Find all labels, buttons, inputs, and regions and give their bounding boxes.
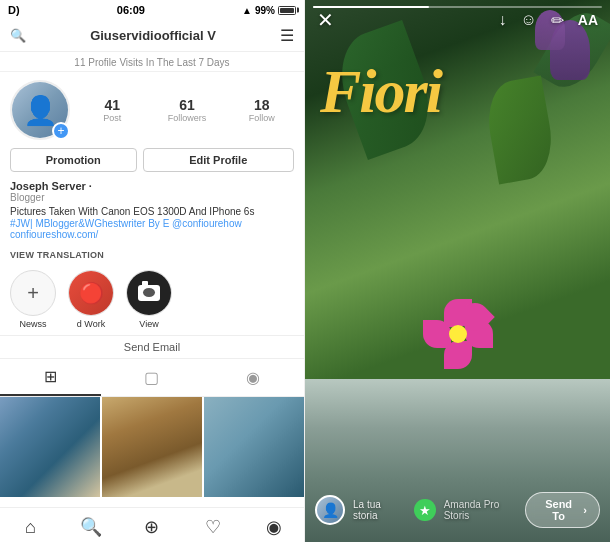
highlight-label-work: d Work (77, 319, 105, 329)
flower-petals (423, 299, 493, 369)
highlight-camera-image (127, 271, 171, 315)
stat-posts-num: 41 (80, 97, 145, 113)
status-right: ▲ 99% (242, 5, 296, 16)
status-bar: D) 06:09 ▲ 99% (0, 0, 304, 20)
flower-center (449, 325, 467, 343)
profile-visits-banner: 11 Profile Visits In The Last 7 Days (0, 52, 304, 72)
heart-icon: ♡ (205, 516, 221, 538)
stat-followers-num: 61 (155, 97, 220, 113)
right-panel: Fiori ✕ ↓ ☺ ✏ AA 👤 La tua storia ★ Amand… (305, 0, 610, 542)
petal-4 (423, 320, 451, 348)
highlights-row: + Newss 🔴 d Work View (0, 264, 304, 336)
nav-add[interactable]: ⊕ (122, 516, 183, 538)
story-user-info: 👤 La tua storia ★ Amanda Pro Storis (315, 495, 525, 525)
story-text-button[interactable]: AA (578, 12, 598, 28)
photo-cell-1[interactable] (0, 397, 100, 497)
wifi-icon: ▲ (242, 5, 252, 16)
battery-icon (278, 6, 296, 15)
nav-search[interactable]: 🔍 (61, 516, 122, 538)
top-nav: 🔍 Giuservidioofficial V ☰ (0, 20, 304, 52)
hamburger-icon[interactable]: ☰ (280, 26, 294, 45)
flower-decoration (423, 299, 493, 369)
status-time: 06:09 (117, 4, 145, 16)
content-tab-bar: ⊞ ▢ ◉ (0, 358, 304, 397)
story-star-button[interactable]: ★ (414, 499, 435, 521)
highlight-work[interactable]: 🔴 d Work (68, 270, 114, 329)
leaf-decoration-3 (482, 76, 558, 185)
story-follow-username[interactable]: Amanda Pro Storis (444, 499, 525, 521)
avatar-person-icon: 👤 (23, 94, 58, 127)
story-top-bar: ✕ ↓ ☺ ✏ AA (305, 0, 610, 40)
story-close-button[interactable]: ✕ (317, 8, 334, 32)
nav-likes[interactable]: ♡ (182, 516, 243, 538)
list-icon: ▢ (144, 368, 159, 387)
stat-following: 18 Follow (229, 97, 294, 123)
story-download-icon[interactable]: ↓ (498, 11, 506, 29)
bio-category: Blogger (10, 192, 294, 203)
search-icon[interactable]: 🔍 (10, 28, 26, 43)
tab-grid[interactable]: ⊞ (0, 359, 101, 396)
story-draw-icon[interactable]: ✏ (551, 11, 564, 30)
add-story-button[interactable]: + (52, 122, 70, 140)
highlight-view[interactable]: View (126, 270, 172, 329)
tab-list[interactable]: ▢ (101, 359, 202, 396)
story-title-text: Fiori (320, 60, 441, 122)
bio-link[interactable]: confioureshow.com/ (10, 229, 294, 240)
highlight-plus-icon: + (27, 282, 39, 305)
photo-grid (0, 397, 304, 507)
profile-nav-icon: ◉ (266, 516, 282, 538)
highlight-label-view: View (139, 319, 158, 329)
stat-followers-label: Followers (155, 113, 220, 123)
profile-visits-text: 11 Profile Visits In The Last 7 Days (74, 57, 229, 68)
story-controls-right: ↓ ☺ ✏ AA (498, 11, 598, 30)
search-all-label: D) (8, 4, 20, 16)
grid-icon: ⊞ (44, 367, 57, 386)
stat-following-label: Follow (229, 113, 294, 123)
add-icon: ⊕ (144, 516, 159, 538)
story-avatar: 👤 (315, 495, 345, 525)
action-buttons: Promotion Edit Profile (0, 148, 304, 180)
bio-description: Pictures Taken With Canon EOS 1300D And … (10, 205, 294, 218)
star-icon: ★ (419, 503, 431, 518)
nav-username: Giuservidioofficial V (90, 28, 216, 43)
highlight-label-new: Newss (19, 319, 46, 329)
tab-tagged[interactable]: ◉ (203, 359, 304, 396)
promotion-button[interactable]: Promotion (10, 148, 137, 172)
highlight-new[interactable]: + Newss (10, 270, 56, 329)
nav-home[interactable]: ⌂ (0, 516, 61, 538)
send-to-chevron-icon: › (583, 504, 587, 516)
view-translation-button[interactable]: VIEW TRANSLATION (0, 246, 304, 264)
search-nav-icon: 🔍 (80, 516, 102, 538)
bio-hashtag[interactable]: #JW| MBlogger&WGhestwriter By E @confiou… (10, 218, 294, 229)
send-to-label: Send To (538, 498, 579, 522)
highlight-brand-image: 🔴 (69, 271, 113, 315)
camera-icon (138, 285, 160, 301)
left-panel: D) 06:09 ▲ 99% 🔍 Giuservidioofficial V ☰… (0, 0, 305, 542)
story-avatar-icon: 👤 (322, 502, 339, 518)
avatar-wrap: 👤 + (10, 80, 70, 140)
edit-profile-button[interactable]: Edit Profile (143, 148, 294, 172)
stat-posts: 41 Post (80, 97, 145, 123)
send-to-button[interactable]: Send To › (525, 492, 600, 528)
tagged-icon: ◉ (246, 368, 260, 387)
photo-cell-3[interactable] (204, 397, 304, 497)
stat-followers: 61 Followers (155, 97, 220, 123)
stats-row: 41 Post 61 Followers 18 Follow (80, 97, 294, 123)
bio-name: Joseph Server · (10, 180, 294, 192)
nav-profile[interactable]: ◉ (243, 516, 304, 538)
story-bottom-bar: 👤 La tua storia ★ Amanda Pro Storis Send… (305, 482, 610, 542)
profile-section: 👤 + 41 Post 61 Followers 18 Follow (0, 72, 304, 148)
story-emoji-icon[interactable]: ☺ (520, 11, 536, 29)
send-email-button[interactable]: Send Email (0, 336, 304, 358)
photo-cell-2[interactable] (102, 397, 202, 497)
highlight-circle-work: 🔴 (68, 270, 114, 316)
home-icon: ⌂ (25, 517, 36, 538)
story-username: La tua storia (353, 499, 406, 521)
bio-section: Joseph Server · Blogger Pictures Taken W… (0, 180, 304, 246)
status-left: D) (8, 4, 20, 16)
stat-posts-label: Post (80, 113, 145, 123)
highlight-circle-new: + (10, 270, 56, 316)
stat-following-num: 18 (229, 97, 294, 113)
highlight-circle-view (126, 270, 172, 316)
bottom-nav: ⌂ 🔍 ⊕ ♡ ◉ (0, 507, 304, 542)
